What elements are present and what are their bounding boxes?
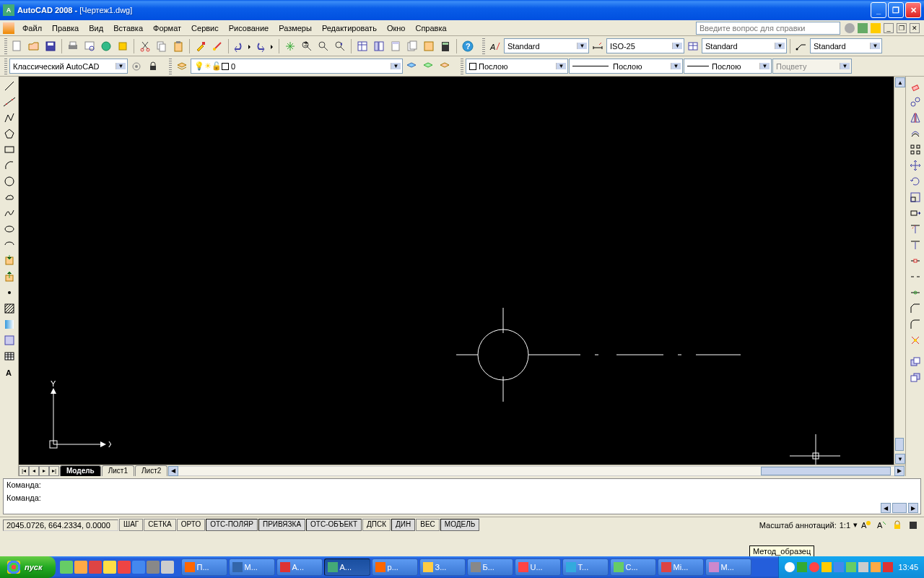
zoom-window-button[interactable] <box>315 38 331 54</box>
gradient-tool[interactable] <box>1 316 17 332</box>
system-tray[interactable]: 13:45 <box>778 556 924 578</box>
menu-draw[interactable]: Рисование <box>224 22 274 34</box>
color-combo[interactable]: Послою▼ <box>466 59 568 74</box>
task-button[interactable]: р... <box>372 558 418 576</box>
preview-button[interactable] <box>82 38 97 54</box>
tray-icon[interactable] <box>797 562 807 572</box>
join-tool[interactable] <box>907 285 923 301</box>
start-button[interactable]: пуск <box>0 556 56 578</box>
menu-help[interactable]: Справка <box>410 22 451 34</box>
mdi-minimize-button[interactable]: _ <box>884 23 894 33</box>
calc-button[interactable] <box>437 38 453 54</box>
layer-state-button[interactable] <box>420 59 436 74</box>
ql-icon[interactable] <box>103 561 116 574</box>
explode-tool[interactable] <box>907 332 923 348</box>
osnap-toggle[interactable]: ПРИВЯЗКА <box>258 519 305 531</box>
tray-icon[interactable] <box>871 562 881 572</box>
print-button[interactable] <box>65 38 81 54</box>
coord-display[interactable]: 2045.0726, 664.2334, 0.0000 <box>3 519 118 531</box>
fillet-tool[interactable] <box>907 316 923 332</box>
table-style-combo[interactable]: Standard▼ <box>702 38 787 53</box>
lineweight-combo[interactable]: Послою▼ <box>684 59 772 74</box>
offset-tool[interactable] <box>907 126 923 142</box>
extend-tool[interactable] <box>907 237 923 253</box>
ql-icon[interactable] <box>118 561 131 574</box>
cmd-scroll-thumb[interactable] <box>892 503 907 513</box>
trim-tool[interactable] <box>907 221 923 237</box>
layer-manager-button[interactable] <box>174 59 190 74</box>
workspace-combo[interactable]: Классический AutoCAD▼ <box>9 59 128 74</box>
tray-icon[interactable] <box>821 562 832 572</box>
task-button[interactable]: З... <box>419 558 466 576</box>
revcloud-tool[interactable] <box>1 189 17 205</box>
ellipse-arc-tool[interactable] <box>1 237 17 253</box>
layer-iso-button[interactable] <box>437 59 453 74</box>
task-button[interactable]: М... <box>229 558 275 576</box>
tray-icon[interactable] <box>785 562 795 572</box>
make-block-tool[interactable] <box>1 269 17 285</box>
save-button[interactable] <box>43 38 58 54</box>
tray-icon[interactable] <box>846 562 856 572</box>
help-button[interactable]: ? <box>460 38 476 54</box>
tray-icon[interactable] <box>834 562 844 572</box>
tab-nav-prev[interactable]: ◂ <box>29 466 39 476</box>
stretch-tool[interactable] <box>907 205 923 221</box>
polyline-tool[interactable] <box>1 110 17 126</box>
break-tool[interactable] <box>907 269 923 285</box>
zoom-previous-button[interactable] <box>332 38 348 54</box>
grid-toggle[interactable]: СЕТКА <box>144 519 176 531</box>
menu-modify[interactable]: Редактировать <box>317 22 382 34</box>
ql-icon[interactable] <box>147 561 160 574</box>
task-button[interactable]: С... <box>610 558 656 576</box>
mirror-tool[interactable] <box>907 110 923 126</box>
arc-tool[interactable] <box>1 158 17 173</box>
region-tool[interactable] <box>1 332 17 348</box>
status-tray-button[interactable] <box>905 517 921 533</box>
mleader-style-button[interactable] <box>793 38 809 54</box>
app-menu-icon[interactable] <box>3 22 14 34</box>
move-tool[interactable] <box>907 158 923 173</box>
model-toggle[interactable]: МОДЕЛЬ <box>440 519 479 531</box>
tab-nav-first[interactable]: |◂ <box>19 466 29 476</box>
menu-window[interactable]: Окно <box>382 22 411 34</box>
polygon-tool[interactable] <box>1 126 17 142</box>
copy-tool[interactable] <box>907 94 923 110</box>
tray-icon[interactable] <box>858 562 868 572</box>
maximize-button[interactable]: ❐ <box>888 2 904 18</box>
mleader-style-combo[interactable]: Standard▼ <box>810 38 882 53</box>
anno-scale-value[interactable]: 1:1 <box>840 521 850 530</box>
status-lock-button[interactable] <box>889 517 905 533</box>
paste-button[interactable] <box>170 38 186 54</box>
minimize-button[interactable]: _ <box>871 2 886 18</box>
menu-insert[interactable]: Вставка <box>108 22 148 34</box>
ortho-toggle[interactable]: ОРТО <box>177 519 205 531</box>
line-tool[interactable] <box>1 78 17 94</box>
matchprop-button[interactable] <box>193 38 209 54</box>
task-button-active[interactable]: A... <box>324 558 370 576</box>
ellipse-tool[interactable] <box>1 221 17 237</box>
lwt-toggle[interactable]: ВЕС <box>416 519 440 531</box>
mtext-tool[interactable]: A <box>1 364 17 380</box>
dyn-toggle[interactable]: ДИН <box>391 519 415 531</box>
drawing-canvas[interactable]: X Y <box>19 77 894 465</box>
tab-layout1[interactable]: Лист1 <box>102 465 134 476</box>
menu-view[interactable]: Вид <box>84 22 108 34</box>
tab-nav-last[interactable]: ▸| <box>49 466 59 476</box>
dim-style-combo[interactable]: ISO-25▼ <box>606 38 684 53</box>
draw-order-back-button[interactable] <box>907 370 923 386</box>
ql-icon[interactable] <box>89 561 102 574</box>
toolbar-grip[interactable] <box>482 38 485 54</box>
task-button[interactable]: Б... <box>467 558 513 576</box>
redo-button[interactable] <box>254 38 276 54</box>
ql-icon[interactable] <box>60 561 73 574</box>
task-button[interactable]: Т... <box>562 558 609 576</box>
draw-order-front-button[interactable] <box>907 354 923 370</box>
layer-combo[interactable]: 💡 ☀ 🔓 0▼ <box>191 59 403 74</box>
block-editor-button[interactable] <box>209 38 225 54</box>
ql-icon[interactable] <box>161 561 174 574</box>
toolbar-grip[interactable] <box>4 38 7 54</box>
task-button[interactable]: U... <box>515 558 561 576</box>
xline-tool[interactable] <box>1 94 17 110</box>
break-at-point-tool[interactable] <box>907 253 923 269</box>
comm-center-icon[interactable] <box>858 23 868 33</box>
